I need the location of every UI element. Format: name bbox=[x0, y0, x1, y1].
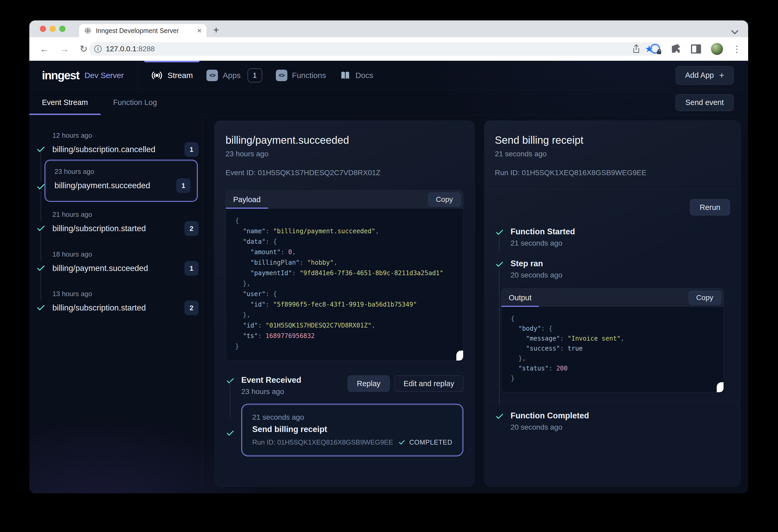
page-tabs-row: Event Stream Function Log Send event bbox=[29, 90, 748, 115]
send-event-button[interactable]: Send event bbox=[676, 94, 733, 111]
divider bbox=[484, 402, 741, 402]
run-name: Send billing receipt bbox=[252, 425, 452, 434]
nav-item-functions[interactable]: <> Functions bbox=[269, 61, 333, 90]
event-name: billing/subscription.cancelled bbox=[52, 145, 155, 154]
timeline-step-label: Function Completed bbox=[511, 411, 589, 421]
tab-payload[interactable]: Payload bbox=[226, 190, 268, 209]
divider bbox=[484, 189, 741, 189]
run-detail-run-id: Run ID: 01H5SQK1XEQ816X8GSB9WEG9EE bbox=[495, 169, 730, 177]
event-stream-sidebar: 12 hours ago billing/subscription.cancel… bbox=[29, 115, 203, 493]
stream-icon bbox=[151, 69, 163, 81]
address-bar[interactable]: i 127.0.0.1:8288 ★ bbox=[89, 42, 658, 56]
toolbar-right-cluster: ⋮ bbox=[650, 37, 741, 61]
browser-toolbar: ← → ↻ i 127.0.0.1:8288 ★ bbox=[29, 37, 748, 61]
browser-menu-icon[interactable]: ⋮ bbox=[732, 44, 741, 54]
timeline-step: Function Started 21 seconds ago bbox=[495, 227, 730, 247]
tab-function-log[interactable]: Function Log bbox=[100, 90, 170, 115]
list-item[interactable]: 12 hours ago billing/subscription.cancel… bbox=[29, 131, 199, 157]
reload-icon[interactable]: ↻ bbox=[80, 43, 87, 55]
extensions-puzzle-icon[interactable] bbox=[670, 43, 681, 55]
event-count-badge: 1 bbox=[184, 142, 199, 157]
event-time: 18 hours ago bbox=[52, 250, 199, 258]
add-app-button[interactable]: Add App+ bbox=[676, 66, 733, 85]
event-count-badge: 2 bbox=[184, 300, 199, 315]
maximize-window-button[interactable] bbox=[59, 26, 66, 32]
list-item[interactable]: 13 hours ago billing/subscription.starte… bbox=[29, 290, 199, 315]
new-tab-button[interactable]: + bbox=[213, 24, 219, 35]
password-manager-icon[interactable] bbox=[650, 44, 660, 54]
status-badge: COMPLETED bbox=[398, 439, 452, 446]
rerun-button[interactable]: Rerun bbox=[690, 199, 730, 215]
forward-icon[interactable]: → bbox=[60, 43, 69, 55]
payload-card: Payload Copy { "name": "billing/payment.… bbox=[226, 190, 463, 361]
check-icon bbox=[226, 429, 235, 438]
event-name: billing/payment.succeeded bbox=[55, 181, 150, 190]
apps-code-icon: <> bbox=[207, 70, 218, 81]
event-id: Event ID: 01H5SQK1S7HDESQ2C7VD8RX01Z bbox=[226, 169, 463, 177]
check-icon bbox=[495, 260, 504, 269]
nav-item-docs[interactable]: Docs bbox=[333, 61, 380, 90]
app-navbar: inngest Dev Server Stream <> bbox=[29, 61, 748, 90]
nav-divider bbox=[138, 61, 138, 90]
back-icon[interactable]: ← bbox=[40, 43, 49, 55]
nav-item-apps[interactable]: <> Apps 1 bbox=[200, 61, 269, 90]
browser-tab[interactable]: Inngest Development Server × bbox=[79, 24, 207, 37]
check-icon bbox=[226, 376, 235, 385]
site-info-icon[interactable]: i bbox=[94, 45, 102, 53]
check-icon bbox=[495, 228, 504, 237]
window-controls bbox=[40, 26, 66, 32]
event-count-badge: 1 bbox=[176, 178, 190, 193]
run-detail-time: 21 seconds ago bbox=[495, 150, 730, 158]
timeline-step-label: Function Started bbox=[511, 227, 575, 237]
dev-server-label: Dev Server bbox=[84, 71, 124, 80]
timeline-step-label: Step ran bbox=[511, 259, 562, 268]
docs-book-icon bbox=[340, 70, 351, 81]
code-fold-corner[interactable] bbox=[717, 382, 723, 392]
check-icon bbox=[36, 264, 46, 273]
profile-avatar[interactable] bbox=[711, 43, 723, 55]
output-code[interactable]: { "body": { "message": "Invoice sent", "… bbox=[501, 307, 723, 392]
payload-code[interactable]: { "name": "billing/payment.succeeded", "… bbox=[226, 209, 463, 360]
copy-payload-button[interactable]: Copy bbox=[428, 193, 461, 206]
side-panel-icon[interactable] bbox=[691, 44, 702, 54]
list-item[interactable]: 18 hours ago billing/payment.succeeded 1 bbox=[29, 250, 199, 276]
event-count-badge: 2 bbox=[184, 221, 199, 236]
list-item[interactable]: 21 hours ago billing/subscription.starte… bbox=[29, 210, 199, 236]
timeline-step-time: 20 seconds ago bbox=[511, 271, 562, 279]
timeline-step-time: 20 seconds ago bbox=[511, 423, 589, 432]
share-icon[interactable] bbox=[632, 44, 641, 54]
run-detail-title: Send billing receipt bbox=[495, 134, 730, 146]
tab-search-chevron-icon[interactable] bbox=[730, 29, 739, 35]
replay-button[interactable]: Replay bbox=[347, 375, 390, 392]
check-icon bbox=[398, 439, 405, 446]
output-card: Output Copy { "body": { "message": "Invo… bbox=[501, 288, 724, 392]
functions-code-icon: <> bbox=[276, 70, 287, 81]
tab-event-stream[interactable]: Event Stream bbox=[29, 90, 100, 115]
inngest-app: inngest Dev Server Stream <> bbox=[29, 61, 748, 493]
run-detail-panel: Send billing receipt 21 seconds ago Run … bbox=[484, 120, 741, 487]
code-fold-corner[interactable] bbox=[456, 351, 463, 360]
nav-item-label: Apps bbox=[223, 71, 240, 80]
browser-tab-strip: Inngest Development Server × + bbox=[29, 20, 748, 37]
timeline-connector bbox=[499, 268, 499, 406]
output-card-header: Output Copy bbox=[501, 288, 723, 307]
event-name: billing/payment.succeeded bbox=[52, 264, 148, 273]
nav-items: Stream <> Apps 1 <> Functions Docs bbox=[144, 61, 380, 90]
tab-output[interactable]: Output bbox=[501, 288, 539, 307]
tab-close-icon[interactable]: × bbox=[197, 27, 202, 34]
timeline-connector bbox=[499, 236, 499, 253]
nav-item-stream[interactable]: Stream bbox=[144, 61, 200, 90]
event-count-badge: 1 bbox=[184, 261, 199, 276]
run-card-selected[interactable]: 21 seconds ago Send billing receipt Run … bbox=[241, 404, 463, 456]
list-item-selected[interactable]: 23 hours ago billing/payment.succeeded 1 bbox=[45, 160, 198, 202]
nav-item-label: Docs bbox=[356, 71, 373, 80]
event-name: billing/subscription.started bbox=[52, 224, 146, 233]
check-icon bbox=[36, 182, 46, 192]
run-id: Run ID: 01H5SQK1XEQ816X8GSB9WEG9EE bbox=[252, 438, 393, 446]
apps-count-badge: 1 bbox=[247, 68, 262, 82]
event-detail-time: 23 hours ago bbox=[226, 150, 463, 158]
minimize-window-button[interactable] bbox=[50, 26, 56, 32]
copy-output-button[interactable]: Copy bbox=[689, 291, 721, 304]
edit-and-replay-button[interactable]: Edit and replay bbox=[394, 375, 463, 392]
close-window-button[interactable] bbox=[40, 26, 46, 32]
